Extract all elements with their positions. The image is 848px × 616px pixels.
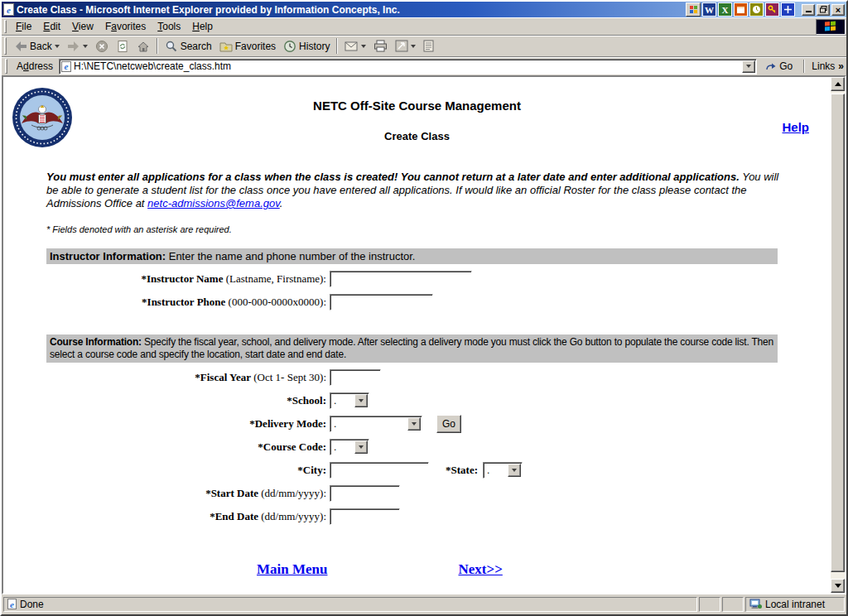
go-button[interactable]: Go: [761, 59, 797, 74]
mail-dropdown-icon[interactable]: [361, 45, 366, 48]
status-bar: e Done Local intranet: [2, 594, 846, 614]
instructor-phone-input[interactable]: [330, 294, 433, 310]
arrows-icon[interactable]: [781, 2, 795, 17]
print-button[interactable]: [370, 36, 391, 56]
home-button[interactable]: [133, 36, 153, 56]
course-code-dropdown-icon[interactable]: [354, 440, 368, 454]
menu-tools[interactable]: Tools: [152, 18, 186, 36]
school-select[interactable]: .: [330, 392, 369, 409]
address-dropdown-icon[interactable]: [742, 60, 755, 73]
instructor-name-input[interactable]: [330, 271, 472, 287]
scroll-down-icon[interactable]: [831, 579, 845, 593]
page-content: NETC Off-Site Course Management Create C…: [3, 77, 831, 593]
forward-icon: [67, 40, 80, 53]
toolbar: Back Search Favorites History: [2, 35, 846, 56]
history-icon: [283, 40, 296, 53]
status-pane-2: [722, 597, 744, 612]
restore-button[interactable]: [817, 4, 830, 16]
instructor-name-label: *Instructor Name (Lastname, Firstname):: [3, 272, 330, 286]
ie-page-icon: e: [3, 3, 14, 16]
forward-dropdown-icon[interactable]: [83, 45, 88, 48]
address-field: e: [59, 59, 757, 75]
page-header: NETC Off-Site Course Management Create C…: [3, 77, 831, 160]
discuss-button[interactable]: [420, 36, 438, 56]
ie-throbber-icon: [816, 19, 846, 35]
populate-go-button[interactable]: Go: [436, 415, 461, 433]
office-logo-icon[interactable]: [686, 2, 701, 17]
school-dropdown-icon[interactable]: [354, 394, 368, 407]
refresh-button[interactable]: [113, 36, 132, 56]
city-input[interactable]: [330, 462, 429, 479]
scrollbar-thumb[interactable]: [831, 94, 845, 572]
word-icon[interactable]: W: [702, 2, 716, 17]
required-fields-note: * Fields denoted with an asterisk are re…: [46, 224, 831, 234]
course-code-select[interactable]: .: [330, 439, 369, 455]
delivery-mode-select[interactable]: .: [330, 416, 422, 432]
start-date-row: *Start Date (dd/mm/yyyy):: [3, 484, 831, 503]
fullscreen-button[interactable]: [392, 36, 419, 56]
close-icon[interactable]: ×: [831, 4, 845, 16]
state-label: *State:: [446, 464, 478, 477]
end-date-row: *End Date (dd/mm/yyyy):: [3, 508, 831, 526]
back-dropdown-icon[interactable]: [55, 45, 60, 48]
intro-paragraph: You must enter all applications for a cl…: [46, 171, 791, 210]
security-zone-pane: Local intranet: [745, 597, 845, 612]
search-button[interactable]: Search: [161, 36, 215, 56]
status-pane-1: [699, 597, 720, 612]
links-bar[interactable]: Links »: [812, 60, 845, 72]
help-link[interactable]: Help: [782, 120, 809, 134]
window-controls: ×: [802, 4, 845, 16]
url-page-icon: e: [61, 61, 71, 72]
next-link[interactable]: Next>>: [458, 561, 502, 578]
clock-icon[interactable]: [749, 2, 764, 17]
favorites-button[interactable]: Favorites: [216, 36, 279, 56]
calendar-icon[interactable]: [734, 2, 748, 17]
menu-edit[interactable]: Edit: [37, 18, 66, 36]
favorites-icon: [219, 40, 233, 53]
scroll-up-icon[interactable]: [831, 77, 845, 91]
menu-favorites[interactable]: Favorites: [99, 18, 152, 36]
status-message-pane: e Done: [3, 597, 697, 612]
history-button[interactable]: History: [280, 36, 333, 56]
course-code-label: *Course Code:: [3, 440, 330, 454]
fullscreen-dropdown-icon[interactable]: [411, 45, 416, 48]
address-grip[interactable]: [5, 59, 7, 74]
toolbar-grip[interactable]: [4, 37, 7, 55]
scrollbar-track[interactable]: [831, 572, 845, 579]
state-select[interactable]: .: [483, 462, 523, 479]
menu-grip[interactable]: [4, 20, 7, 33]
delivery-mode-row: *Delivery Mode: . Go: [3, 415, 831, 433]
state-dropdown-icon[interactable]: [508, 464, 521, 477]
key-icon[interactable]: [765, 2, 779, 17]
menu-view[interactable]: View: [66, 18, 99, 36]
address-input[interactable]: [74, 60, 740, 72]
menu-help[interactable]: Help: [186, 18, 219, 36]
office-shortcut-bar: W X: [686, 2, 795, 17]
address-label: Address: [15, 60, 55, 72]
school-label: *School:: [3, 394, 330, 407]
main-menu-link[interactable]: Main Menu: [257, 561, 327, 578]
menu-file[interactable]: File: [10, 18, 37, 36]
start-date-input[interactable]: [330, 485, 400, 502]
back-button[interactable]: Back: [11, 36, 63, 56]
fiscal-year-input[interactable]: [330, 369, 381, 386]
forward-button[interactable]: [64, 36, 91, 56]
links-chevron-icon[interactable]: »: [838, 60, 844, 72]
address-bar: Address e Go Links »: [2, 56, 846, 75]
intranet-zone-icon: [749, 599, 762, 609]
mail-button[interactable]: [341, 36, 369, 56]
refresh-icon: [116, 40, 129, 53]
delivery-mode-dropdown-icon[interactable]: [407, 417, 421, 431]
excel-icon[interactable]: X: [718, 2, 732, 17]
stop-button[interactable]: [92, 36, 112, 56]
title-bar: e Create Class - Microsoft Internet Expl…: [2, 2, 846, 17]
bottom-links: Main Menu Next>>: [3, 561, 831, 578]
end-date-label: *End Date (dd/mm/yyyy):: [3, 510, 330, 523]
window-title: Create Class - Microsoft Internet Explor…: [17, 4, 400, 16]
vertical-scrollbar[interactable]: [831, 77, 845, 593]
admissions-email-link[interactable]: netc-admissions@fema.gov: [147, 197, 280, 209]
stop-icon: [95, 40, 108, 53]
minimize-button[interactable]: [802, 4, 815, 16]
end-date-input[interactable]: [330, 508, 400, 525]
course-section-header: Course Information: Specify the fiscal y…: [46, 334, 778, 363]
